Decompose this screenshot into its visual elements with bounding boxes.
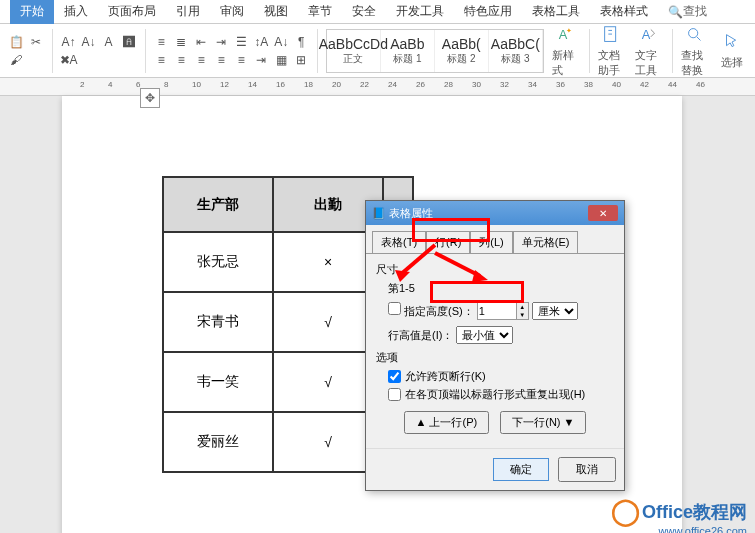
- align-left-icon[interactable]: ≡: [153, 52, 169, 68]
- btn-label: 文档助手: [598, 48, 627, 78]
- allow-break-label: 允许跨页断行(K): [405, 369, 486, 384]
- align-center-icon[interactable]: ≡: [173, 52, 189, 68]
- specify-height-row: 指定高度(S)： ▲▼ 厘米: [388, 302, 614, 320]
- horizontal-ruler[interactable]: 2468101214161820222426283032343638404244…: [0, 78, 755, 96]
- tab-review[interactable]: 审阅: [210, 0, 254, 24]
- font-increase-icon[interactable]: A↑: [61, 34, 77, 50]
- tab-tablestyles[interactable]: 表格样式: [590, 0, 658, 24]
- sort-icon[interactable]: A↓: [273, 34, 289, 50]
- table-cell[interactable]: 爱丽丝: [163, 412, 273, 472]
- tab-special[interactable]: 特色应用: [454, 0, 522, 24]
- style-h3[interactable]: AaBbC(标题 3: [489, 30, 543, 72]
- tab-layout[interactable]: 页面布局: [98, 0, 166, 24]
- style-h2[interactable]: AaBb(标题 2: [435, 30, 489, 72]
- specify-height-checkbox[interactable]: [388, 302, 401, 315]
- separator: [145, 29, 146, 73]
- table-cell[interactable]: 宋青书: [163, 292, 273, 352]
- tab-insert[interactable]: 插入: [54, 0, 98, 24]
- style-preview: AaBbCcDd: [319, 36, 388, 52]
- ok-button[interactable]: 确定: [493, 458, 549, 481]
- table-header-cell[interactable]: 生产部: [163, 177, 273, 232]
- paste-icon[interactable]: 📋: [8, 34, 24, 50]
- svg-text:A: A: [642, 26, 651, 41]
- tab-chapter[interactable]: 章节: [298, 0, 342, 24]
- tab-view[interactable]: 视图: [254, 0, 298, 24]
- style-h1[interactable]: AaBb标题 1: [381, 30, 435, 72]
- find-replace-button[interactable]: 查找替换: [681, 24, 710, 78]
- clear-format-icon[interactable]: ✖A: [61, 52, 77, 68]
- table-move-handle[interactable]: ✥: [140, 88, 160, 108]
- height-spinner[interactable]: ▲▼: [477, 302, 529, 320]
- cancel-button[interactable]: 取消: [558, 457, 616, 482]
- style-label: 标题 2: [447, 52, 475, 66]
- row-range-label: 第1-5: [388, 281, 614, 296]
- separator: [589, 29, 590, 73]
- btn-label: 查找替换: [681, 48, 710, 78]
- style-preview: AaBb: [390, 36, 424, 52]
- close-button[interactable]: ✕: [588, 205, 618, 221]
- ribbon-search[interactable]: 🔍 查找: [668, 3, 707, 20]
- svg-point-4: [689, 28, 698, 37]
- brush-icon[interactable]: 🖌: [8, 52, 24, 68]
- font-decrease-icon[interactable]: A↓: [81, 34, 97, 50]
- ribbon-body: 📋✂ 🖌 A↑ A↓ A 🅰 ✖A ≡ ≣ ⇤ ⇥ ☰ ↕A A↓ ¶ ≡ ≡ …: [0, 24, 755, 78]
- repeat-header-checkbox[interactable]: [388, 388, 401, 401]
- options-section-label: 选项: [376, 350, 614, 365]
- text-tools-button[interactable]: A文字工具: [635, 24, 664, 78]
- dialog-body: 尺寸 第1-5 指定高度(S)： ▲▼ 厘米 行高值是(I)： 最小值 选项 允…: [366, 253, 624, 448]
- dialog-tabs: 表格(T) 行(R) 列(L) 单元格(E): [366, 225, 624, 254]
- text-scale-icon[interactable]: ☰: [233, 34, 249, 50]
- styles-gallery[interactable]: AaBbCcDd正文 AaBb标题 1 AaBb(标题 2 AaBbC(标题 3: [326, 29, 544, 73]
- allow-break-checkbox[interactable]: [388, 370, 401, 383]
- border-icon[interactable]: ⊞: [293, 52, 309, 68]
- tab-start[interactable]: 开始: [10, 0, 54, 24]
- distribute-icon[interactable]: ≡: [233, 52, 249, 68]
- style-label: 正文: [343, 52, 363, 66]
- doc-helper-button[interactable]: 文档助手: [598, 24, 627, 78]
- height-type-select[interactable]: 最小值: [456, 326, 513, 344]
- indent-icon[interactable]: ⇥: [213, 34, 229, 50]
- height-unit-select[interactable]: 厘米: [532, 302, 578, 320]
- tab-icon[interactable]: ⇥: [253, 52, 269, 68]
- dialog-tab-column[interactable]: 列(L): [470, 231, 512, 254]
- cut-icon[interactable]: ✂: [28, 34, 44, 50]
- style-label: 标题 1: [393, 52, 421, 66]
- show-marks-icon[interactable]: ¶: [293, 34, 309, 50]
- bullet-list-icon[interactable]: ≡: [153, 34, 169, 50]
- outdent-icon[interactable]: ⇤: [193, 34, 209, 50]
- tab-references[interactable]: 引用: [166, 0, 210, 24]
- repeat-header-label: 在各页顶端以标题行形式重复出现(H): [405, 387, 585, 402]
- next-row-button[interactable]: 下一行(N) ▼: [500, 411, 586, 434]
- tab-devtools[interactable]: 开发工具: [386, 0, 454, 24]
- highlight-icon[interactable]: 🅰: [121, 34, 137, 50]
- style-normal[interactable]: AaBbCcDd正文: [327, 30, 381, 72]
- font-group: A↑ A↓ A 🅰 ✖A: [61, 34, 137, 68]
- number-list-icon[interactable]: ≣: [173, 34, 189, 50]
- height-type-label: 行高值是(I)：: [388, 329, 453, 341]
- shading-icon[interactable]: ▦: [273, 52, 289, 68]
- table-cell[interactable]: 张无忌: [163, 232, 273, 292]
- dialog-tab-cell[interactable]: 单元格(E): [513, 231, 579, 254]
- dialog-tab-row[interactable]: 行(R): [426, 231, 470, 254]
- search-label: 查找: [683, 3, 707, 20]
- select-button[interactable]: 选择: [718, 31, 747, 70]
- prev-row-button[interactable]: ▲ 上一行(P): [404, 411, 490, 434]
- spin-down-icon[interactable]: ▼: [516, 311, 528, 319]
- ribbon-tabs: 开始 插入 页面布局 引用 审阅 视图 章节 安全 开发工具 特色应用 表格工具…: [0, 0, 755, 24]
- height-input[interactable]: [478, 303, 516, 319]
- tab-tabletools[interactable]: 表格工具: [522, 0, 590, 24]
- dialog-tab-table[interactable]: 表格(T): [372, 231, 426, 254]
- align-justify-icon[interactable]: ≡: [213, 52, 229, 68]
- spin-up-icon[interactable]: ▲: [516, 303, 528, 311]
- watermark-brand: Office教程网: [642, 500, 747, 524]
- line-spacing-icon[interactable]: ↕A: [253, 34, 269, 50]
- tab-security[interactable]: 安全: [342, 0, 386, 24]
- dialog-footer: 确定 取消: [366, 448, 624, 490]
- font-color-icon[interactable]: A: [101, 34, 117, 50]
- separator: [672, 29, 673, 73]
- table-cell[interactable]: 韦一笑: [163, 352, 273, 412]
- new-style-button[interactable]: A✦新样式: [552, 24, 581, 78]
- dialog-titlebar[interactable]: 📘 表格属性 ✕: [366, 201, 624, 225]
- align-right-icon[interactable]: ≡: [193, 52, 209, 68]
- dialog-title-text: 表格属性: [389, 207, 433, 219]
